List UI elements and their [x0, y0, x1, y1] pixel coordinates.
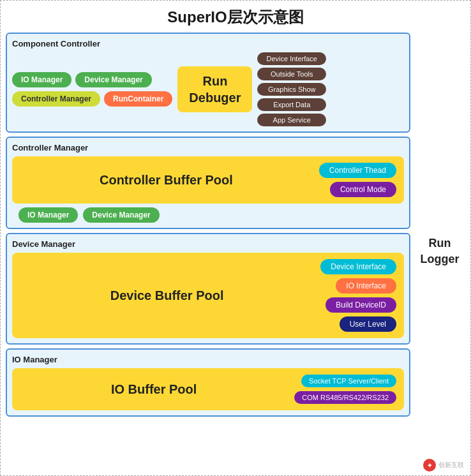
io-manager-title: IO Manager: [12, 355, 404, 364]
controller-buffer-pool-label: Controller Buffer Pool: [20, 173, 313, 188]
content-area: Component Controller IO Manager Device M…: [1, 33, 470, 475]
controller-manager-inner: Controller Buffer Pool Controller Thead …: [12, 156, 404, 204]
run-logger-text: RunLogger: [421, 235, 460, 267]
cm-io-manager[interactable]: IO Manager: [19, 207, 78, 223]
component-controller-panel: Component Controller IO Manager Device M…: [6, 33, 410, 133]
cc-row-top: IO Manager Device Manager: [12, 72, 172, 87]
pill-device-interface-dm[interactable]: Device Interface: [320, 259, 396, 274]
watermark: ✦ 创新互联: [423, 459, 464, 472]
pill-outside-tools[interactable]: Outside Tools: [257, 68, 325, 80]
io-right-pills: Socket TCP Server/Client COM RS485/RS422…: [294, 375, 396, 404]
controller-manager-panel: Controller Manager Controller Buffer Poo…: [6, 137, 410, 229]
controller-manager-title: Controller Manager: [12, 143, 404, 152]
watermark-icon: ✦: [423, 459, 436, 472]
run-debugger-box: RunDebuger: [177, 66, 252, 112]
main-container: SuperIO层次示意图 Component Controller IO Man…: [0, 0, 471, 476]
pill-control-mode[interactable]: Control Mode: [330, 182, 396, 197]
device-manager-inner: Device Buffer Pool Device Interface IO I…: [12, 253, 404, 338]
device-manager-title: Device Manager: [12, 239, 404, 249]
io-manager-panel: IO Manager IO Buffer Pool Socket TCP Ser…: [6, 348, 410, 417]
cc-left: IO Manager Device Manager Controller Man…: [12, 72, 172, 107]
pill-user-level[interactable]: User Level: [340, 316, 396, 332]
pill-io-interface[interactable]: IO Interface: [336, 278, 396, 294]
pill-export-data[interactable]: Export Data: [257, 98, 325, 111]
pill-app-service[interactable]: App Service: [257, 114, 325, 126]
run-logger: RunLogger: [414, 33, 465, 470]
pill-controller-thead[interactable]: Controller Thead: [319, 163, 396, 178]
io-manager-btn-top[interactable]: IO Manager: [12, 72, 71, 87]
cm-bottom-row: IO Manager Device Manager: [12, 207, 404, 223]
pill-socket-tcp[interactable]: Socket TCP Server/Client: [301, 375, 396, 387]
pill-device-interface[interactable]: Device Interface: [257, 52, 325, 65]
io-manager-inner: IO Buffer Pool Socket TCP Server/Client …: [12, 368, 404, 410]
io-buffer-pool-label: IO Buffer Pool: [20, 382, 288, 397]
device-manager-btn-top[interactable]: Device Manager: [75, 72, 151, 87]
component-controller-body: IO Manager Device Manager Controller Man…: [12, 52, 404, 126]
run-container-btn[interactable]: RunContainer: [104, 91, 172, 107]
component-controller-title: Component Controller: [12, 39, 404, 48]
controller-manager-btn[interactable]: Controller Manager: [12, 91, 100, 107]
page-title: SuperIO层次示意图: [1, 1, 470, 33]
device-manager-panel: Device Manager Device Buffer Pool Device…: [6, 233, 410, 345]
cc-row-bottom: Controller Manager RunContainer: [12, 91, 172, 107]
pill-build-device-id[interactable]: Build DeviceID: [325, 297, 396, 313]
device-buffer-pool-label: Device Buffer Pool: [20, 288, 314, 303]
pill-com-rs485[interactable]: COM RS485/RS422/RS232: [294, 391, 396, 404]
cm-device-manager[interactable]: Device Manager: [83, 207, 159, 223]
cm-right-pills: Controller Thead Control Mode: [319, 163, 396, 197]
dm-right-pills: Device Interface IO Interface Build Devi…: [320, 259, 396, 332]
watermark-text: 创新互联: [438, 461, 464, 470]
pill-graphics-show[interactable]: Graphics Show: [257, 83, 325, 96]
cc-right-pills: Device Interface Outside Tools Graphics …: [257, 52, 325, 126]
left-panels: Component Controller IO Manager Device M…: [6, 33, 410, 470]
